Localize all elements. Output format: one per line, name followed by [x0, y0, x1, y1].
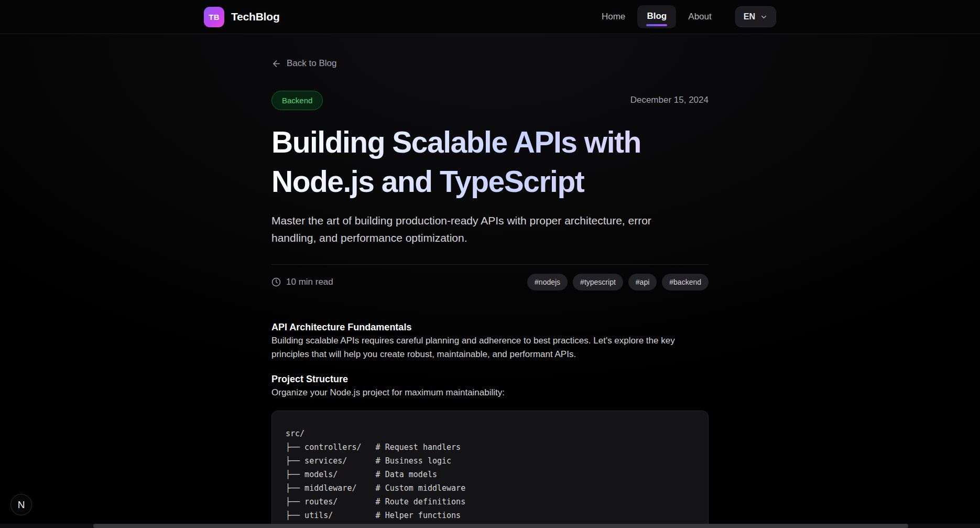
clock-icon: [271, 277, 281, 287]
article-title-line1: Building Scalable APIs with: [271, 125, 641, 159]
horizontal-scrollbar-track: [0, 524, 980, 528]
nav-item-about[interactable]: About: [679, 6, 720, 28]
code-block[interactable]: src/ ├── controllers/ # Request handlers…: [271, 411, 709, 528]
article-meta-bottom: 10 min read #nodejs #typescript #api #ba…: [271, 265, 709, 290]
article-title-line2: Node.js and TypeScript: [271, 165, 584, 198]
code-content: src/ ├── controllers/ # Request handlers…: [286, 427, 694, 528]
navbar: TB TechBlog Home Blog About EN: [0, 0, 980, 34]
back-to-blog-link[interactable]: Back to Blog: [271, 58, 336, 69]
nextjs-n-icon: N: [18, 499, 25, 511]
language-selected: EN: [744, 12, 755, 21]
tag-backend[interactable]: #backend: [662, 274, 709, 290]
read-time: 10 min read: [271, 277, 333, 287]
brand-home-link[interactable]: TB TechBlog: [204, 7, 280, 27]
language-selector[interactable]: EN: [735, 6, 776, 27]
tag-list: #nodejs #typescript #api #backend: [527, 274, 709, 290]
section-heading-api-architecture: API Architecture Fundamentals: [271, 320, 709, 334]
nav-item-blog[interactable]: Blog: [637, 5, 676, 28]
article-subtitle: Master the art of building production-re…: [271, 212, 699, 246]
arrow-left-icon: [271, 59, 281, 69]
nav-item-label: About: [688, 12, 711, 22]
nav-item-label: Home: [602, 12, 625, 22]
logo-text: TB: [209, 13, 219, 21]
nav-item-label: Blog: [647, 11, 667, 21]
navbar-inner: TB TechBlog Home Blog About EN: [204, 5, 776, 28]
article-title: Building Scalable APIs withNode.js and T…: [271, 123, 709, 201]
chevron-down-icon: [760, 13, 768, 21]
active-underline: [646, 24, 667, 26]
horizontal-scrollbar-thumb[interactable]: [93, 524, 908, 528]
article-date: December 15, 2024: [630, 95, 709, 105]
section-text: Organize your Node.js project for maximu…: [271, 386, 709, 400]
brand-name: TechBlog: [231, 10, 280, 23]
back-link-label: Back to Blog: [287, 58, 336, 69]
read-time-label: 10 min read: [286, 277, 333, 287]
tag-nodejs[interactable]: #nodejs: [527, 274, 568, 290]
tag-typescript[interactable]: #typescript: [573, 274, 623, 290]
article-body: API Architecture Fundamentals Building s…: [271, 320, 709, 528]
section-heading-project-structure: Project Structure: [271, 372, 709, 386]
nav-item-home[interactable]: Home: [593, 6, 634, 28]
article-meta-top: Backend December 15, 2024: [271, 91, 709, 110]
techblog-logo-icon: TB: [204, 7, 224, 27]
nextjs-dev-indicator[interactable]: N: [10, 494, 32, 515]
category-badge[interactable]: Backend: [271, 91, 323, 110]
tag-api[interactable]: #api: [628, 274, 657, 290]
article-page: Back to Blog Backend December 15, 2024 B…: [271, 34, 709, 528]
nav-menu: Home Blog About EN: [593, 5, 776, 28]
section-text: Building scalable APIs requires careful …: [271, 334, 709, 361]
